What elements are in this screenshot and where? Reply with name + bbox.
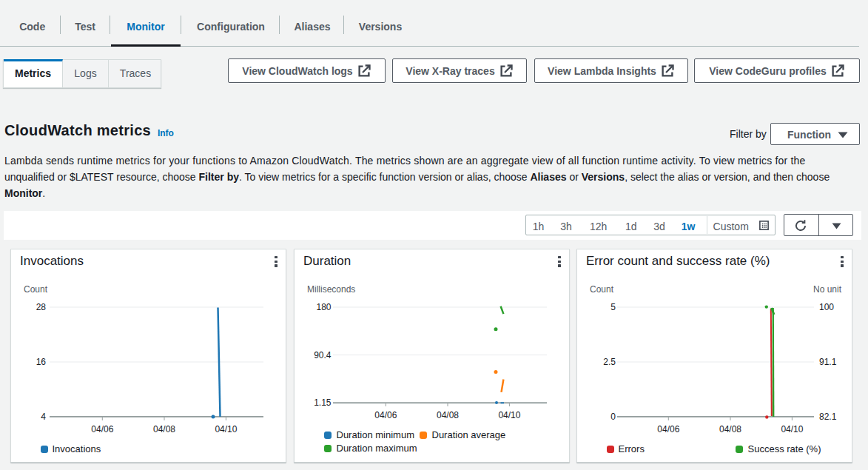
svg-text:04/06: 04/06 [91,424,113,434]
svg-text:04/10: 04/10 [215,424,237,434]
svg-text:1.15: 1.15 [314,397,332,408]
svg-text:91.1: 91.1 [819,357,837,367]
svg-text:16: 16 [36,357,47,367]
svg-text:04/08: 04/08 [153,424,175,434]
svg-text:28: 28 [36,302,47,312]
svg-text:No unit: No unit [813,284,842,295]
svg-text:0: 0 [610,412,616,422]
svg-text:04/10: 04/10 [781,424,803,434]
svg-text:04/08: 04/08 [437,410,459,420]
svg-text:180: 180 [316,302,331,312]
svg-text:90.4: 90.4 [314,350,332,360]
svg-text:04/08: 04/08 [719,424,741,434]
svg-text:04/06: 04/06 [374,410,397,420]
svg-text:04/06: 04/06 [657,424,679,434]
svg-text:4: 4 [41,412,46,422]
svg-text:5: 5 [610,302,616,312]
svg-text:2.5: 2.5 [603,357,616,367]
svg-text:100: 100 [819,302,834,312]
svg-text:Milliseconds: Milliseconds [307,284,355,295]
svg-text:Count: Count [590,284,614,295]
svg-text:82.1: 82.1 [819,412,837,422]
svg-text:04/10: 04/10 [498,410,520,420]
svg-text:Count: Count [24,284,48,295]
